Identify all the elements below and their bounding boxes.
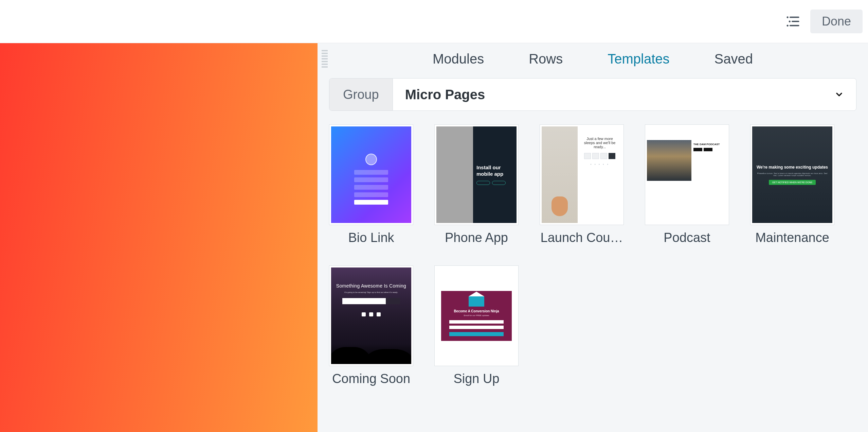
panel-tabs: Modules Rows Templates Saved	[318, 50, 868, 68]
template-title: Bio Link	[329, 230, 413, 245]
template-title: Podcast	[645, 230, 729, 245]
content-panel: Modules Rows Templates Saved Group Micro…	[318, 43, 868, 432]
panel-drag-handle[interactable]	[322, 50, 328, 68]
svg-point-0	[786, 16, 788, 18]
done-button[interactable]: Done	[810, 10, 863, 33]
tab-rows[interactable]: Rows	[527, 50, 565, 68]
template-title: Launch Cou…	[540, 230, 624, 245]
outline-icon	[785, 14, 800, 29]
thumb-text: We're making some exciting updates	[757, 165, 828, 170]
tab-saved[interactable]: Saved	[712, 50, 755, 68]
template-title: Maintenance	[750, 230, 834, 245]
thumb-text: Install our mobile app	[476, 165, 513, 177]
group-label: Group	[329, 79, 393, 110]
template-podcast[interactable]: THE DAM PODCAST Podcast	[645, 124, 729, 245]
thumb-text: THE DAM PODCAST	[693, 143, 725, 146]
top-toolbar: Done	[0, 0, 868, 43]
svg-point-2	[789, 20, 791, 22]
thumb-text: Just a few more sleeps and we'll be read…	[581, 137, 618, 149]
template-bio-link[interactable]: Bio Link	[329, 124, 413, 245]
group-selected-value: Micro Pages	[405, 87, 485, 102]
template-title: Phone App	[434, 230, 519, 245]
group-selector: Group Micro Pages	[329, 78, 856, 111]
thumb-text: Something Awesome Is Coming	[336, 283, 406, 289]
template-title: Sign Up	[434, 371, 519, 386]
tab-templates[interactable]: Templates	[605, 50, 671, 68]
templates-grid: Bio Link Install our mobile app Phone Ap…	[318, 124, 868, 386]
template-phone-app[interactable]: Install our mobile app Phone App	[434, 124, 519, 245]
tab-modules[interactable]: Modules	[431, 50, 486, 68]
group-dropdown[interactable]: Micro Pages	[393, 79, 856, 110]
template-maintenance[interactable]: We're making some exciting updates Phase…	[750, 124, 834, 245]
template-title: Coming Soon	[329, 371, 413, 386]
template-launch-countdown[interactable]: Just a few more sleeps and we'll be read…	[540, 124, 624, 245]
editor-canvas[interactable]	[0, 43, 318, 432]
template-sign-up[interactable]: Become A Conversion Ninja Enroll for our…	[434, 265, 519, 386]
template-coming-soon[interactable]: Something Awesome Is Coming It's going t…	[329, 265, 413, 386]
svg-point-4	[786, 25, 788, 27]
outline-button[interactable]	[783, 12, 802, 31]
thumb-text: Become A Conversion Ninja	[454, 309, 499, 313]
chevron-down-icon	[834, 90, 844, 99]
